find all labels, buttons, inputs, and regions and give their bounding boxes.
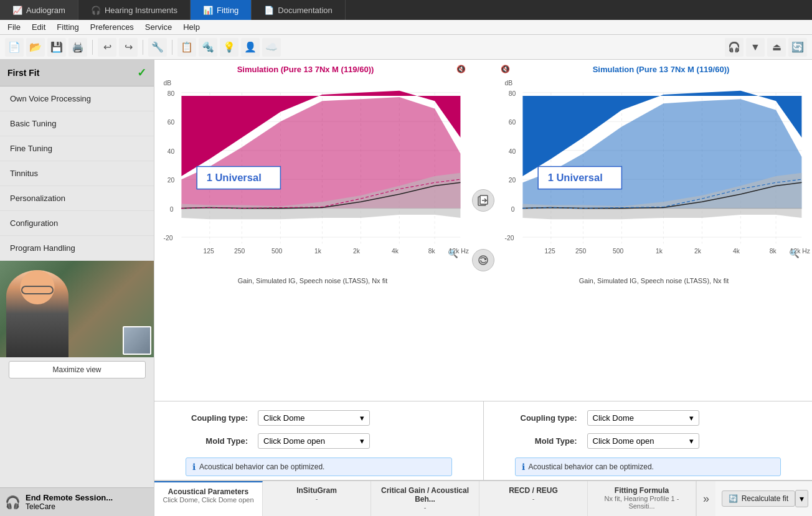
redo-button[interactable]: ↪ [119,38,138,57]
charts-row: Simulation (Pure 13 7Nx M (119/60)) 🔇 dB… [154,60,812,401]
telecare-icon: 🎧 [5,495,21,510]
left-coupling-chevron: ▾ [360,413,364,423]
sidebar-header: First Fit ✓ [0,60,154,87]
svg-rect-23 [480,195,488,204]
right-info-bar: ℹ Acoustical behavior can be optimized. [515,457,781,476]
right-mold-row: Mold Type: Click Dome open ▾ [490,431,806,454]
sep-1 [92,40,93,55]
svg-text:0: 0 [511,206,515,213]
svg-text:-20: -20 [164,235,173,242]
menu-bar: File Edit Fitting Preferences Service He… [0,20,812,35]
toolbar: 📄 📂 💾 🖨️ ↩ ↪ 🔧 📋 🔩 💡 👤 ☁️ 🎧 ▼ ⏏ 🔄 [0,35,812,60]
right-mold-select[interactable]: Click Dome open ▾ [587,433,699,449]
probe-button[interactable]: 🔧 [148,38,167,57]
menu-edit[interactable]: Edit [27,21,50,33]
right-info-icon: ℹ [522,462,525,472]
menu-file[interactable]: File [2,21,26,33]
svg-text:60: 60 [168,119,175,126]
refresh-button[interactable]: 🔄 [788,38,807,57]
svg-text:125: 125 [204,248,214,255]
tool1-button[interactable]: 📋 [177,38,196,57]
menu-service[interactable]: Service [140,21,177,33]
right-coupling-select[interactable]: Click Dome ▾ [587,410,699,426]
right-mold-label: Mold Type: [515,436,577,446]
svg-text:250: 250 [234,248,245,255]
tab-hearing-instruments[interactable]: 🎧 Hearing Instruments [78,0,191,20]
tab-fitting-formula[interactable]: Fitting Formula Nx fit, Hearing Profile … [588,481,696,516]
sync-button[interactable] [472,249,494,271]
copy-button[interactable] [472,189,494,212]
tab-recd[interactable]: RECD / REUG - [479,481,588,516]
svg-text:20: 20 [509,177,516,184]
svg-text:20: 20 [168,177,175,184]
save-button[interactable]: 💾 [47,38,66,57]
tab-fitting[interactable]: 📊 Fitting [191,0,252,20]
headset-button[interactable]: 🎧 [725,38,744,57]
print-button[interactable]: 🖨️ [68,38,87,57]
sidebar-item-personalization[interactable]: Personalization [0,186,154,211]
documentation-icon: 📄 [264,6,274,15]
person-silhouette [6,270,68,357]
svg-text:4k: 4k [733,248,740,255]
svg-text:12k Hz: 12k Hz [790,248,810,255]
left-coupling-row: Coupling type: Click Dome ▾ [161,401,477,431]
tab-acoustical-parameters[interactable]: Acoustical Parameters Click Dome, Click … [154,481,263,516]
person-glasses [21,286,54,294]
right-mute-icon[interactable]: 🔇 [501,65,510,73]
menu-fitting[interactable]: Fitting [52,21,83,33]
sep-2 [143,40,143,55]
tool5-button[interactable]: ☁️ [262,38,281,57]
first-fit-label: First Fit [7,68,39,78]
left-chart-svg: dB 80 60 40 20 0 -20 [154,77,471,276]
svg-text:125: 125 [545,248,555,255]
right-chart-wrapper: dB 80 60 40 20 0 -20 [496,77,812,276]
remote-session-section[interactable]: 🎧 End Remote Session... TeleCare [0,487,154,516]
menu-preferences[interactable]: Preferences [85,21,139,33]
left-chart-panel: Simulation (Pure 13 7Nx M (119/60)) 🔇 dB… [154,60,471,401]
new-button[interactable]: 📄 [5,38,24,57]
sidebar-item-fine-tuning[interactable]: Fine Tuning [0,136,154,161]
svg-text:80: 80 [509,90,516,97]
dropdown-button[interactable]: ▼ [746,38,765,57]
maximize-view-button[interactable]: Maximize view [9,361,146,378]
tab-insitugram[interactable]: InSituGram - [263,481,371,516]
tool2-button[interactable]: 🔩 [199,38,217,57]
patient-photo [0,261,154,357]
tab-documentation[interactable]: 📄 Documentation [252,0,345,20]
left-mute-icon[interactable]: 🔇 [456,65,466,73]
sidebar-item-configuration[interactable]: Configuration [0,211,154,236]
tool4-button[interactable]: 👤 [241,38,260,57]
hearing-icon: 🎧 [91,6,101,15]
svg-text:8k: 8k [428,248,436,255]
sep-3 [172,40,172,55]
menu-help[interactable]: Help [178,21,205,33]
collapse-tabs-button[interactable]: » [696,481,715,516]
svg-text:60: 60 [509,119,516,126]
sidebar-item-program-handling[interactable]: Program Handling [0,236,154,261]
svg-text:1k: 1k [656,248,663,255]
right-chart-label: Gain, Simulated IG, Speech noise (LTASS)… [496,276,812,286]
check-icon: ✓ [137,66,146,80]
undo-button[interactable]: ↩ [98,38,116,57]
sidebar-item-tinnitus[interactable]: Tinnitus [0,161,154,186]
recalc-icon: 🔄 [729,494,738,503]
tool3-button[interactable]: 💡 [220,38,238,57]
exit-button[interactable]: ⏏ [767,38,786,57]
fitting-icon: 📊 [203,6,213,15]
left-coupling-select[interactable]: Click Dome ▾ [258,410,370,426]
recalculate-button[interactable]: 🔄 Recalculate fit [722,490,795,507]
right-coupling-chevron: ▾ [689,413,694,423]
left-mold-row: Mold Type: Click Dome open ▾ [161,431,477,454]
left-db-label: dB [164,80,172,87]
open-button[interactable]: 📂 [26,38,45,57]
recalculate-dropdown[interactable]: ▾ [795,490,808,507]
thumbnail-photo [123,326,151,355]
tab-critical-gain[interactable]: Critical Gain / Acoustical Beh... - [371,481,479,516]
svg-text:2k: 2k [694,248,702,255]
tab-audiogram[interactable]: 📈 Audiogram [0,0,78,20]
left-mold-select[interactable]: Click Dome open ▾ [258,433,370,449]
right-mold-chevron: ▾ [689,436,694,446]
left-chart-label: Gain, Simulated IG, Speech noise (LTASS)… [154,276,471,286]
sidebar-item-own-voice[interactable]: Own Voice Processing [0,87,154,111]
sidebar-item-basic-tuning[interactable]: Basic Tuning [0,111,154,136]
